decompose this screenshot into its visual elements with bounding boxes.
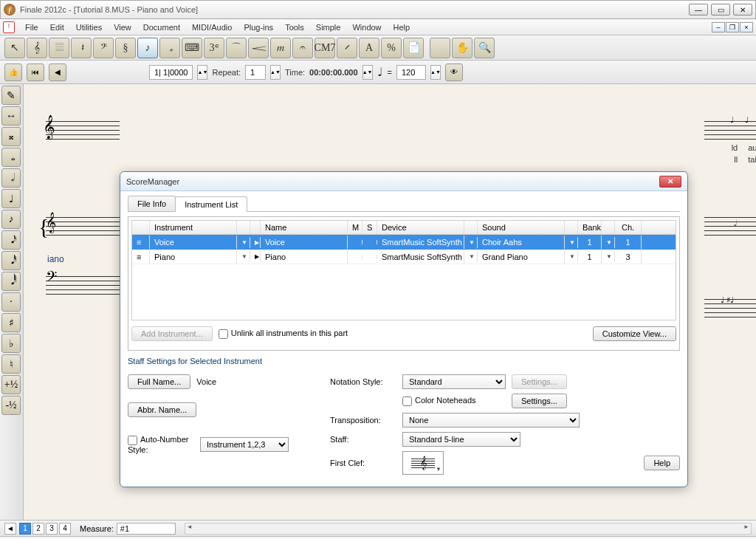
pager-prev[interactable]: ◄: [4, 523, 16, 535]
tempo-spinner[interactable]: ▲▼: [430, 65, 441, 80]
menu-simple[interactable]: Simple: [310, 23, 347, 32]
stop-button[interactable]: ◀: [49, 63, 66, 81]
dropdown-icon[interactable]: ▼: [565, 251, 578, 262]
transposition-select[interactable]: None: [402, 413, 580, 428]
menu-plugins[interactable]: Plug-ins: [238, 23, 279, 32]
customize-view-button[interactable]: Customize View...: [593, 326, 676, 341]
tool-button-14[interactable]: CM7: [315, 38, 335, 58]
tool-button-6[interactable]: ♪: [137, 38, 158, 58]
drag-handle-icon[interactable]: [132, 236, 150, 249]
tool-button-1[interactable]: 𝄞: [27, 38, 47, 58]
side-tool-9[interactable]: 𝅘𝅥𝅱: [1, 272, 21, 291]
record-button[interactable]: 👍: [4, 63, 22, 81]
col-sound[interactable]: Sound: [478, 221, 565, 234]
tool-button-3[interactable]: 𝄽: [71, 38, 92, 58]
side-tool-13[interactable]: ♮: [1, 354, 21, 374]
position-field[interactable]: 1| 1|0000: [149, 65, 193, 80]
menu-view[interactable]: View: [108, 23, 137, 32]
repeat-spinner[interactable]: ▲▼: [270, 65, 281, 80]
dropdown-icon[interactable]: ▼: [602, 237, 615, 248]
mdi-close-button[interactable]: ×: [740, 22, 753, 32]
grid-body[interactable]: Voice▼▶VoiceSmartMusic SoftSynth▼Choir A…: [131, 235, 676, 320]
col-ch[interactable]: Ch.: [615, 221, 642, 234]
col-s[interactable]: S: [362, 221, 377, 234]
menu-window[interactable]: Window: [346, 23, 387, 32]
menu-midiaudio[interactable]: MIDI/Audio: [186, 23, 238, 32]
menu-file[interactable]: File: [19, 23, 44, 32]
tab-instrument-list[interactable]: Instrument List: [175, 196, 247, 212]
tool-button-20[interactable]: ✋: [452, 38, 472, 58]
play-icon[interactable]: ▶: [250, 251, 261, 262]
tool-button-19[interactable]: [430, 38, 450, 58]
col-bank[interactable]: Bank: [578, 221, 602, 234]
page-3[interactable]: 3: [46, 523, 58, 535]
menu-help[interactable]: Help: [388, 23, 416, 32]
rewind-button[interactable]: ⏮: [27, 63, 44, 81]
add-instrument-button[interactable]: Add Instrument...: [131, 326, 213, 341]
tool-button-12[interactable]: 𝆐: [270, 38, 291, 58]
tool-button-5[interactable]: §: [115, 38, 136, 58]
side-tool-2[interactable]: 𝄪: [1, 127, 21, 146]
minimize-button[interactable]: —: [689, 4, 708, 16]
notation-settings-button[interactable]: Settings...: [512, 374, 567, 389]
tool-button-9[interactable]: 3ᵉ: [204, 38, 224, 58]
color-settings-button[interactable]: Settings...: [512, 394, 567, 408]
dialog-close-button[interactable]: ✕: [659, 176, 681, 188]
maximize-button[interactable]: ▭: [711, 4, 730, 16]
side-tool-11[interactable]: ♯: [1, 313, 21, 332]
menu-document[interactable]: Document: [137, 23, 186, 32]
tool-button-2[interactable]: 𝄚: [49, 38, 69, 58]
side-tool-5[interactable]: ♩: [1, 189, 21, 208]
mdi-minimize-button[interactable]: –: [712, 22, 725, 32]
side-tool-15[interactable]: -½: [1, 396, 21, 415]
dialog-titlebar[interactable]: ScoreManager ✕: [120, 172, 687, 191]
score-canvas[interactable]: 𝄞 { 𝄞 𝄢 iano ♩ ♩ ld auld ll take: [24, 84, 756, 520]
menu-tools[interactable]: Tools: [279, 23, 310, 32]
measure-field[interactable]: #1: [117, 523, 176, 535]
tempo-field[interactable]: 120: [396, 65, 426, 80]
position-spinner[interactable]: ▲▼: [197, 65, 207, 80]
tool-button-7[interactable]: 𝅗: [159, 38, 180, 58]
side-tool-12[interactable]: ♭: [1, 334, 21, 353]
play-button[interactable]: 👁: [445, 63, 463, 81]
side-tool-4[interactable]: 𝅗𝅥: [1, 168, 21, 188]
drag-handle-icon[interactable]: [132, 250, 150, 264]
staff-select[interactable]: Standard 5-line: [402, 432, 520, 447]
color-noteheads-checkbox[interactable]: Color Noteheads: [402, 396, 506, 406]
col-device[interactable]: Device: [377, 221, 464, 234]
tool-button-13[interactable]: 𝄐: [292, 38, 313, 58]
side-tool-3[interactable]: 𝅝: [1, 148, 21, 167]
dropdown-icon[interactable]: ▼: [237, 251, 250, 262]
unlink-checkbox[interactable]: Unlink all instruments in this part: [219, 329, 348, 339]
tool-button-16[interactable]: A: [359, 38, 379, 58]
tool-button-4[interactable]: 𝄢: [93, 38, 114, 58]
tool-button-21[interactable]: 🔍: [474, 38, 495, 58]
table-row[interactable]: Piano▼▶PianoSmartMusic SoftSynth▼Grand P…: [132, 250, 676, 264]
auto-number-select[interactable]: Instrument 1,2,3: [200, 437, 289, 452]
tool-button-11[interactable]: 𝆒: [248, 38, 269, 58]
side-tool-0[interactable]: ✎: [1, 86, 21, 105]
side-tool-14[interactable]: +½: [1, 375, 21, 394]
repeat-field[interactable]: 1: [245, 65, 266, 80]
tool-button-0[interactable]: ↖: [4, 38, 25, 58]
side-tool-8[interactable]: 𝅘𝅥𝅰: [1, 251, 21, 270]
abbr-name-button[interactable]: Abbr. Name...: [128, 402, 196, 417]
side-tool-6[interactable]: ♪: [1, 210, 21, 229]
page-1[interactable]: 1: [19, 523, 31, 535]
tool-button-18[interactable]: 📄: [403, 38, 424, 58]
tool-button-10[interactable]: ⌒: [226, 38, 247, 58]
side-tool-1[interactable]: ↔: [1, 106, 21, 126]
tool-button-15[interactable]: 𝄍: [337, 38, 357, 58]
tab-file-info[interactable]: File Info: [128, 196, 176, 211]
dropdown-icon[interactable]: ▼: [464, 237, 478, 248]
auto-number-checkbox[interactable]: Auto-Number Style:: [128, 435, 194, 454]
notation-style-select[interactable]: Standard: [402, 374, 506, 389]
col-instrument[interactable]: Instrument: [150, 221, 237, 234]
horizontal-scrollbar[interactable]: [185, 523, 752, 535]
menu-utilities[interactable]: Utilities: [70, 23, 108, 32]
menu-edit[interactable]: Edit: [44, 23, 70, 32]
mdi-restore-button[interactable]: ❐: [726, 22, 739, 32]
page-4[interactable]: 4: [59, 523, 71, 535]
play-icon[interactable]: ▶: [250, 237, 261, 248]
close-button[interactable]: ✕: [733, 4, 752, 16]
